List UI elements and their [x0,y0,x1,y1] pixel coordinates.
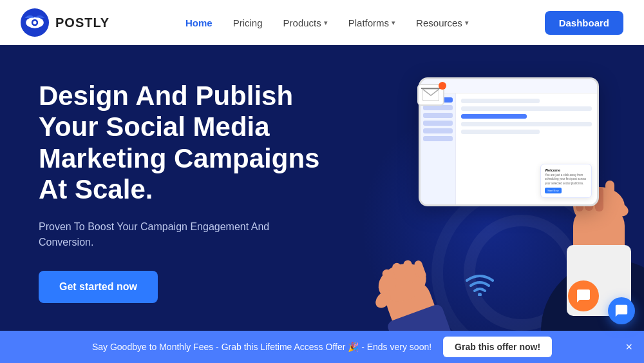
nav-home[interactable]: Home [176,12,222,34]
nav-resources-label: Resources [416,17,462,28]
mail-notification [417,84,444,106]
bottom-banner: Say Goodbye to Monthly Fees - Grab this … [0,331,644,363]
tablet-sidebar-item [423,136,453,141]
nav-platforms-label: Platforms [348,17,389,28]
banner-cta-button[interactable]: Grab this offer now! [443,337,552,357]
chat-bubble-decoration [568,280,599,311]
tablet-row [461,122,592,126]
platforms-chevron-icon: ▾ [392,19,395,27]
nav-products[interactable]: Products ▾ [274,12,337,34]
logo-icon [21,8,49,37]
tablet-screen: Welcome You are just a click away from s… [419,77,599,206]
nav-resources[interactable]: Resources ▾ [407,12,478,34]
tablet-row-blue [461,114,527,119]
tablet-sidebar-item [423,113,453,118]
svg-point-3 [33,21,36,24]
tablet-row [461,130,540,134]
nav-products-label: Products [283,17,321,28]
tablet-row [461,106,592,111]
nav-platforms[interactable]: Platforms ▾ [339,12,404,34]
wifi-icon-decoration [464,271,496,299]
nav-pricing[interactable]: Pricing [224,12,272,34]
tablet-card-text: You are just a click away from schedulin… [545,173,587,186]
hero-section: Design And Publish Your Social Media Mar… [0,45,644,363]
banner-text: Say Goodbye to Monthly Fees - Grab this … [92,342,431,352]
hero-text-block: Design And Publish Your Social Media Mar… [39,81,341,303]
tablet-row [461,99,540,103]
products-chevron-icon: ▾ [324,19,328,27]
tablet-sidebar [421,93,456,204]
tablet-topbar [421,79,597,93]
tablet-card-title: Welcome [545,168,587,172]
tablet-sidebar-item [423,105,453,110]
chat-bubble-icon [568,280,599,311]
tablet-main-content: Welcome You are just a click away from s… [456,93,597,204]
mail-dot [439,82,446,90]
tablet-sidebar-item [423,121,453,126]
svg-point-21 [478,293,482,296]
tablet-card-button: Start Now [545,188,562,193]
logo-area: POSTLY [21,8,109,37]
tablet-sidebar-item [423,128,453,133]
navbar: POSTLY Home Pricing Products ▾ Platforms… [0,0,644,45]
close-banner-button[interactable]: × [625,340,632,354]
brand-name: POSTLY [55,15,109,30]
resources-chevron-icon: ▾ [465,19,469,27]
hero-subtext: Proven To Boost Your Campaign Engagement… [39,219,283,250]
tablet-welcome-card: Welcome You are just a click away from s… [540,164,592,198]
cta-button[interactable]: Get started now [39,271,158,303]
chat-widget-button[interactable] [608,297,635,324]
main-nav: Home Pricing Products ▾ Platforms ▾ Reso… [176,12,478,34]
hero-heading: Design And Publish Your Social Media Mar… [39,81,341,205]
dashboard-button[interactable]: Dashboard [545,11,623,35]
tablet-body: Welcome You are just a click away from s… [421,93,597,204]
mail-icon [417,84,444,106]
